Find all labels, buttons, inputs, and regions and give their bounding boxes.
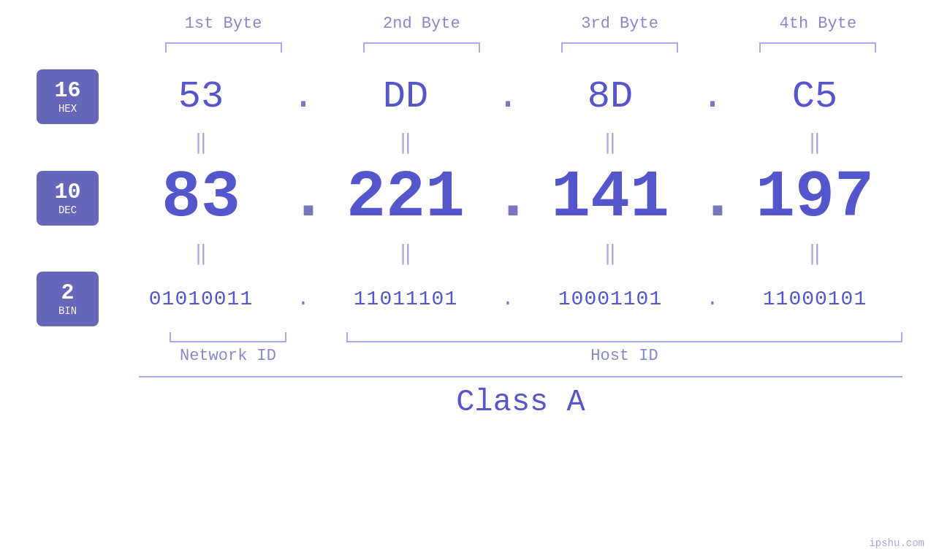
network-bracket-bottom	[170, 332, 286, 342]
dec-dot-1: .	[289, 161, 318, 235]
top-brackets	[37, 40, 902, 55]
dec-b1: 83	[113, 161, 289, 235]
bottom-section: Network ID Host ID	[37, 332, 902, 365]
bin-dot-1: .	[289, 288, 318, 310]
equals-row-1: ‖ ‖ ‖ ‖	[37, 124, 902, 161]
hex-badge: 16 HEX	[37, 69, 99, 124]
network-id-label: Network ID	[180, 347, 276, 365]
bracket-top-3	[561, 42, 678, 53]
bracket-top-2	[363, 42, 480, 53]
bin-badge-number: 2	[61, 281, 74, 305]
host-bracket-bottom	[346, 332, 902, 342]
dec-dot-2: .	[493, 161, 522, 235]
eq2-3: ‖	[522, 235, 698, 272]
eq2-4: ‖	[727, 235, 902, 272]
hex-dot-2: .	[493, 75, 522, 118]
dec-badge-number: 10	[54, 180, 80, 204]
eq1-2: ‖	[318, 124, 493, 161]
bin-row: 2 BIN 01010011 . 11011101 . 10001101 . 1…	[37, 272, 902, 326]
class-row: Class A	[37, 376, 902, 420]
hex-b2: DD	[318, 75, 493, 118]
hex-dot-3: .	[698, 75, 727, 118]
bin-badge-label: BIN	[58, 305, 77, 317]
hex-row: 16 HEX 53 . DD . 8D . C5	[37, 69, 902, 124]
eq1-4: ‖	[727, 124, 902, 161]
eq1-1: ‖	[113, 124, 289, 161]
dec-b3: 141	[522, 161, 698, 235]
bracket-top-1	[165, 42, 282, 53]
eq1-3: ‖	[522, 124, 698, 161]
byte4-header: 4th Byte	[734, 15, 902, 33]
bin-dot-3: .	[698, 288, 727, 310]
bracket-cell-3	[536, 40, 704, 55]
host-id-section: Host ID	[346, 332, 902, 365]
dec-b2: 221	[318, 161, 493, 235]
dec-b4: 197	[727, 161, 902, 235]
byte3-header: 3rd Byte	[536, 15, 704, 33]
byte-headers: 1st Byte 2nd Byte 3rd Byte 4th Byte	[37, 15, 902, 33]
bracket-cell-4	[734, 40, 902, 55]
hex-dot-1: .	[289, 75, 318, 118]
hex-b3: 8D	[522, 75, 698, 118]
hex-badge-label: HEX	[58, 103, 77, 115]
network-id-section: Network ID	[139, 332, 317, 365]
bracket-cell-2	[337, 40, 506, 55]
hex-badge-number: 16	[54, 79, 80, 103]
byte2-header: 2nd Byte	[337, 15, 506, 33]
dec-dot-3: .	[698, 161, 727, 235]
bin-b3: 10001101	[522, 288, 698, 310]
dec-row: 10 DEC 83 . 221 . 141 . 197	[37, 161, 902, 235]
bin-b2: 11011101	[318, 288, 493, 310]
byte1-header: 1st Byte	[139, 15, 308, 33]
bin-b4: 11000101	[727, 288, 902, 310]
class-underline	[139, 376, 902, 377]
bin-b1: 01010011	[113, 288, 289, 310]
equals-row-2: ‖ ‖ ‖ ‖	[37, 235, 902, 272]
host-id-label: Host ID	[590, 347, 658, 365]
bin-dot-2: .	[493, 288, 522, 310]
bracket-cell-1	[139, 40, 308, 55]
eq2-1: ‖	[113, 235, 289, 272]
dec-badge-label: DEC	[58, 204, 77, 216]
bracket-top-4	[759, 42, 876, 53]
dec-values: 83 . 221 . 141 . 197	[113, 161, 902, 235]
hex-values: 53 . DD . 8D . C5	[113, 75, 902, 118]
watermark: ipshu.com	[869, 537, 924, 549]
bin-badge: 2 BIN	[37, 272, 99, 326]
class-label: Class A	[139, 385, 902, 420]
eq2-2: ‖	[318, 235, 493, 272]
dec-badge: 10 DEC	[37, 171, 99, 226]
bin-values: 01010011 . 11011101 . 10001101 . 1100010…	[113, 288, 902, 310]
hex-b1: 53	[113, 75, 289, 118]
hex-b4: C5	[727, 75, 902, 118]
main-container: 1st Byte 2nd Byte 3rd Byte 4th Byte 16 H…	[0, 0, 939, 560]
